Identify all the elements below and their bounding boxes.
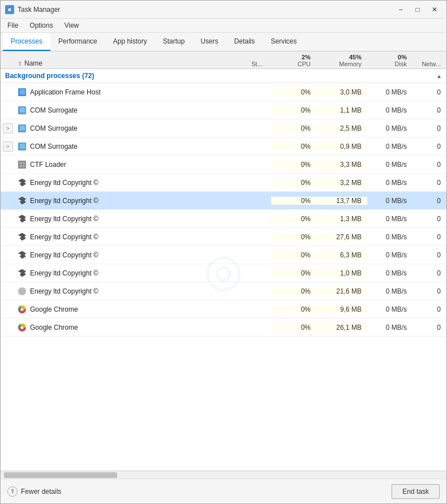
process-cpu: 0%	[271, 179, 316, 187]
process-icon	[18, 251, 27, 260]
tab-app-history[interactable]: App history	[105, 33, 155, 51]
process-memory: 0,9 MB	[316, 143, 367, 150]
sort-arrow-icon: ⇧	[18, 61, 22, 67]
col-name-label: Name	[24, 59, 42, 67]
process-memory: 21,6 MB	[316, 287, 367, 295]
process-network: 0	[412, 161, 446, 169]
process-icon	[18, 269, 27, 278]
process-list: ◎ Background processes (72) ▲ Applicatio…	[1, 69, 446, 471]
process-icon	[18, 106, 27, 115]
table-row[interactable]: Energy ltd Copyright © 0% 13,7 MB 0 MB/s…	[1, 192, 446, 210]
group-header-background[interactable]: Background processes (72) ▲	[1, 69, 446, 83]
process-network: 0	[412, 305, 446, 313]
table-row[interactable]: Energy ltd Copyright © 0% 27,6 MB 0 MB/s…	[1, 228, 446, 246]
process-icon	[18, 178, 27, 187]
group-header-label: Background processes (72)	[5, 72, 94, 80]
task-manager-window: ■ Task Manager − □ ✕ File Options View P…	[0, 0, 447, 504]
hscroll-thumb[interactable]	[4, 472, 117, 478]
process-disk: 0 MB/s	[367, 88, 412, 96]
menu-view[interactable]: View	[60, 20, 84, 31]
process-network: 0	[412, 251, 446, 259]
group-header-controls: ▲	[436, 73, 442, 79]
col-cpu-header[interactable]: 2% CPU	[271, 54, 316, 67]
process-cpu: 0%	[271, 88, 316, 96]
table-row[interactable]: Google Chrome 0% 26,1 MB 0 MB/s 0	[1, 318, 446, 337]
table-row[interactable]: Application Frame Host 0% 3,0 MB 0 MB/s …	[1, 83, 446, 101]
menu-options[interactable]: Options	[25, 20, 57, 31]
expand-button[interactable]: >	[3, 141, 13, 152]
process-name: COM Surrogate	[30, 143, 243, 150]
close-button[interactable]: ✕	[427, 4, 442, 15]
process-icon	[18, 287, 27, 296]
table-row[interactable]: > COM Surrogate 0% 2,5 MB 0 MB/s 0	[1, 119, 446, 137]
process-disk: 0 MB/s	[367, 251, 412, 259]
horizontal-scrollbar[interactable]	[1, 471, 446, 479]
col-memory-header[interactable]: 45% Memory	[316, 54, 367, 67]
col-network-header[interactable]: Netw...	[412, 61, 446, 67]
process-cpu: 0%	[271, 197, 316, 205]
process-rows-container: Application Frame Host 0% 3,0 MB 0 MB/s …	[1, 83, 446, 337]
process-disk: 0 MB/s	[367, 233, 412, 241]
process-disk: 0 MB/s	[367, 124, 412, 132]
app-icon: ■	[5, 5, 14, 14]
table-row[interactable]: Energy ltd Copyright © 0% 1,3 MB 0 MB/s …	[1, 210, 446, 228]
expand-button[interactable]: >	[3, 123, 13, 133]
maximize-button[interactable]: □	[410, 4, 425, 15]
tab-processes[interactable]: Processes	[3, 33, 50, 51]
minimize-button[interactable]: −	[393, 4, 408, 15]
col-disk-header[interactable]: 0% Disk	[367, 54, 412, 67]
process-name: Energy ltd Copyright ©	[30, 215, 243, 223]
menu-file[interactable]: File	[3, 20, 23, 31]
fewer-details-label: Fewer details	[21, 488, 61, 496]
footer: ⇧ Fewer details End task	[1, 479, 446, 503]
table-row[interactable]: Energy ltd Copyright © 0% 21,6 MB 0 MB/s…	[1, 282, 446, 300]
table-row[interactable]: COM Surrogate 0% 1,1 MB 0 MB/s 0	[1, 101, 446, 119]
process-cpu: 0%	[271, 106, 316, 114]
process-name: Google Chrome	[30, 324, 243, 331]
tab-users[interactable]: Users	[192, 33, 226, 51]
table-row[interactable]: Energy ltd Copyright © 0% 3,2 MB 0 MB/s …	[1, 174, 446, 192]
process-name: COM Surrogate	[30, 124, 243, 132]
process-disk: 0 MB/s	[367, 179, 412, 187]
process-disk: 0 MB/s	[367, 215, 412, 223]
process-memory: 13,7 MB	[316, 197, 367, 205]
process-icon	[18, 160, 27, 169]
process-name: Energy ltd Copyright ©	[30, 269, 243, 277]
column-headers: ⇧ Name St... 2% CPU 45% Memory 0% Disk N…	[1, 51, 446, 69]
process-name: Google Chrome	[30, 305, 243, 313]
process-icon	[18, 305, 27, 314]
process-cpu: 0%	[271, 251, 316, 259]
tab-performance[interactable]: Performance	[50, 33, 105, 51]
process-icon	[18, 232, 27, 242]
process-network: 0	[412, 215, 446, 223]
table-row[interactable]: CTF Loader 0% 3,3 MB 0 MB/s 0	[1, 156, 446, 174]
tab-services[interactable]: Services	[263, 33, 305, 51]
process-cpu: 0%	[271, 287, 316, 295]
process-icon	[18, 124, 27, 133]
table-row[interactable]: > COM Surrogate 0% 0,9 MB 0 MB/s 0	[1, 137, 446, 156]
process-cpu: 0%	[271, 324, 316, 331]
tab-details[interactable]: Details	[226, 33, 263, 51]
fewer-details-button[interactable]: ⇧ Fewer details	[7, 486, 61, 497]
process-memory: 3,0 MB	[316, 88, 367, 96]
process-network: 0	[412, 179, 446, 187]
process-icon	[18, 88, 27, 97]
process-disk: 0 MB/s	[367, 106, 412, 114]
table-row[interactable]: Energy ltd Copyright © 0% 6,3 MB 0 MB/s …	[1, 246, 446, 264]
table-row[interactable]: Google Chrome 0% 9,6 MB 0 MB/s 0	[1, 300, 446, 318]
process-memory: 6,3 MB	[316, 251, 367, 259]
title-bar: ■ Task Manager − □ ✕	[1, 1, 446, 19]
process-network: 0	[412, 88, 446, 96]
process-memory: 9,6 MB	[316, 305, 367, 313]
process-name: Energy ltd Copyright ©	[30, 179, 243, 187]
process-name: COM Surrogate	[30, 106, 243, 114]
window-title: Task Manager	[18, 6, 393, 14]
table-row[interactable]: Energy ltd Copyright © 0% 1,0 MB 0 MB/s …	[1, 264, 446, 282]
process-name: Energy ltd Copyright ©	[30, 287, 243, 295]
process-icon	[18, 196, 27, 205]
end-task-button[interactable]: End task	[392, 484, 440, 499]
tab-startup[interactable]: Startup	[155, 33, 193, 51]
process-cpu: 0%	[271, 305, 316, 313]
process-cpu: 0%	[271, 215, 316, 223]
collapse-icon[interactable]: ▲	[436, 73, 442, 79]
